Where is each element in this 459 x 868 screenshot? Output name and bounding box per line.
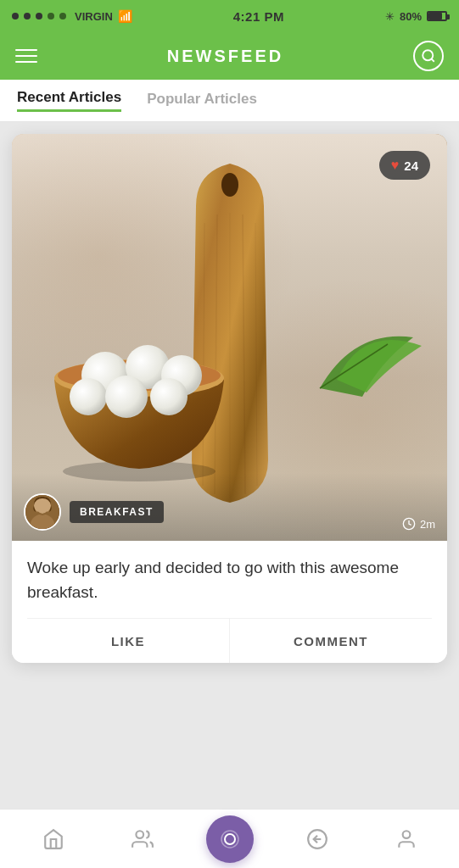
like-button[interactable]: LIKE — [27, 619, 230, 663]
menu-button[interactable] — [15, 49, 37, 63]
author-area: BREAKFAST — [24, 493, 164, 531]
article-description: Woke up early and decided to go with thi… — [27, 556, 432, 604]
tab-popular-articles[interactable]: Popular Articles — [147, 91, 257, 111]
bottom-navigation — [0, 809, 459, 868]
nav-add[interactable] — [206, 815, 254, 863]
article-text-area: Woke up early and decided to go with thi… — [12, 541, 447, 663]
status-left: VIRGIN 📶 — [12, 9, 132, 23]
like-badge[interactable]: ♥ 24 — [379, 151, 430, 180]
svg-point-26 — [402, 831, 410, 838]
article-tabs: Recent Articles Popular Articles — [0, 80, 459, 122]
svg-point-21 — [136, 831, 143, 838]
home-icon — [42, 828, 64, 850]
people-icon — [132, 828, 154, 850]
svg-point-15 — [70, 378, 107, 415]
battery-percentage: 80% — [400, 10, 422, 23]
signal-dot-3 — [36, 13, 42, 19]
carrier-label: VIRGIN — [75, 10, 113, 23]
like-count: 24 — [404, 159, 418, 173]
signal-dot-5 — [59, 13, 66, 19]
add-icon — [220, 829, 240, 849]
profile-icon — [395, 828, 417, 850]
time-ago: 2m — [420, 518, 435, 531]
search-button[interactable] — [413, 41, 444, 71]
bluetooth-icon: ✳ — [385, 10, 395, 23]
clock-icon — [402, 517, 416, 531]
svg-point-2 — [221, 173, 238, 197]
page-title: NEWSFEED — [167, 47, 283, 66]
heart-icon: ♥ — [391, 158, 400, 173]
wifi-icon: 📶 — [118, 9, 132, 23]
article-image: ♥ 24 — [12, 134, 447, 541]
image-overlay: BREAKFAST 2m — [12, 473, 447, 541]
main-content: ♥ 24 — [0, 122, 459, 809]
status-bar: VIRGIN 📶 4:21 PM ✳ 80% — [0, 0, 459, 32]
nav-back[interactable] — [292, 814, 343, 865]
leaves-svg — [311, 320, 422, 405]
nav-profile[interactable] — [381, 814, 432, 865]
status-time: 4:21 PM — [233, 9, 284, 24]
app-header: NEWSFEED — [0, 32, 459, 80]
hamburger-line-1 — [15, 49, 37, 51]
hamburger-line-2 — [15, 55, 37, 57]
svg-point-23 — [225, 834, 235, 844]
back-icon — [306, 828, 328, 850]
hamburger-line-3 — [15, 61, 37, 63]
svg-point-17 — [105, 376, 148, 418]
article-card: ♥ 24 — [12, 134, 447, 663]
status-right: ✳ 80% — [385, 10, 447, 23]
signal-dot-1 — [12, 13, 19, 19]
action-buttons: LIKE COMMENT — [27, 618, 432, 663]
time-info: 2m — [402, 517, 435, 531]
search-icon — [421, 48, 436, 64]
signal-dot-2 — [24, 13, 31, 19]
nav-home[interactable] — [28, 814, 79, 865]
category-tag: BREAKFAST — [70, 501, 164, 523]
avatar-svg — [25, 493, 59, 529]
author-avatar — [24, 493, 61, 531]
battery-icon — [427, 11, 447, 21]
signal-dot-4 — [48, 13, 54, 19]
tab-recent-articles[interactable]: Recent Articles — [17, 89, 121, 112]
svg-point-16 — [150, 378, 188, 415]
nav-people[interactable] — [117, 814, 168, 865]
comment-button[interactable]: COMMENT — [230, 619, 432, 663]
svg-point-0 — [423, 50, 433, 60]
bowl-svg — [37, 329, 241, 481]
svg-line-1 — [431, 58, 434, 61]
